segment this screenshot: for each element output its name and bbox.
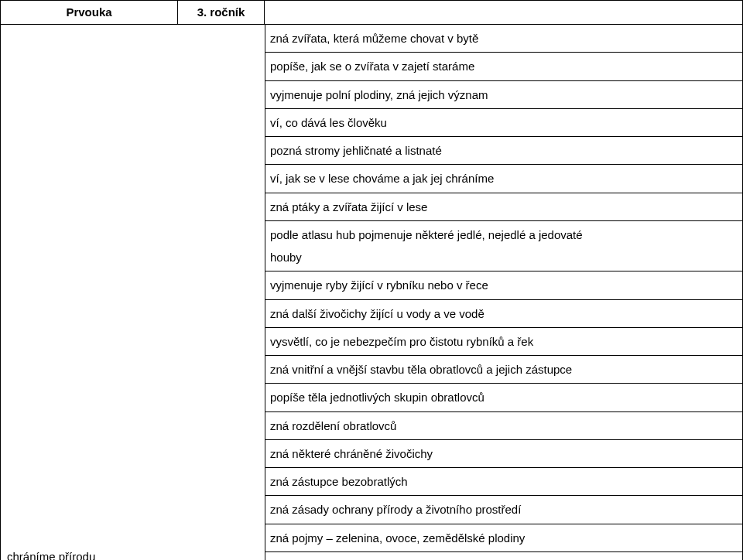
content-cell: zná některé chráněné živočichy (265, 440, 743, 468)
header-subject: Prvouka (0, 0, 178, 25)
content-cell: vysvětlí, co je nebezpečím pro čistotu r… (265, 328, 743, 356)
content-cell: zná pojmy – zelenina, ovoce, zemědělské … (265, 524, 743, 552)
content-cell: zná další živočichy žijící u vody a ve v… (265, 300, 743, 328)
content-cell: zná zvířata, která můžeme chovat v bytě (265, 25, 743, 53)
content-cell: rozlišuje druhy zeleniny – košťálová, ko… (265, 552, 743, 560)
content-cell: popíše, jak se o zvířata v zajetí starám… (265, 53, 743, 80)
table-header-row: Prvouka 3. ročník (0, 0, 743, 25)
content-cell: vyjmenuje polní plodiny, zná jejich význ… (265, 81, 743, 109)
content-cell: popíše těla jednotlivých skupin obratlov… (265, 384, 743, 411)
document-page: Prvouka 3. ročník chráníme přírodu zná z… (0, 0, 743, 560)
left-column-label: chráníme přírodu (7, 548, 95, 560)
content-cell: podle atlasu hub pojmenuje některé jedlé… (265, 221, 743, 272)
right-column: zná zvířata, která můžeme chovat v bytěp… (265, 25, 743, 560)
content-cell: ví, jak se v lese chováme a jak jej chrá… (265, 165, 743, 193)
header-empty (264, 0, 743, 25)
content-cell: zná vnitřní a vnější stavbu těla obratlo… (265, 356, 743, 384)
cell-line-1: podle atlasu hub pojmenuje některé jedlé… (270, 224, 738, 246)
cell-line-2: houby (270, 246, 738, 268)
content-cell: zná zástupce bezobratlých (265, 468, 743, 496)
cell-line-1: rozlišuje druhy zeleniny – košťálová, ko… (270, 555, 738, 560)
header-grade: 3. ročník (177, 0, 265, 25)
content-cell: zná zásady ochrany přírody a životního p… (265, 496, 743, 524)
left-column: chráníme přírodu (0, 25, 265, 560)
content-cell: vyjmenuje ryby žijící v rybníku nebo v ř… (265, 271, 743, 299)
content-cell: ví, co dává les člověku (265, 109, 743, 137)
content-cell: zná rozdělení obratlovců (265, 412, 743, 440)
table-body-row: chráníme přírodu zná zvířata, která může… (0, 25, 743, 560)
content-cell: pozná stromy jehličnaté a listnaté (265, 137, 743, 165)
content-cell: zná ptáky a zvířata žijící v lese (265, 193, 743, 221)
